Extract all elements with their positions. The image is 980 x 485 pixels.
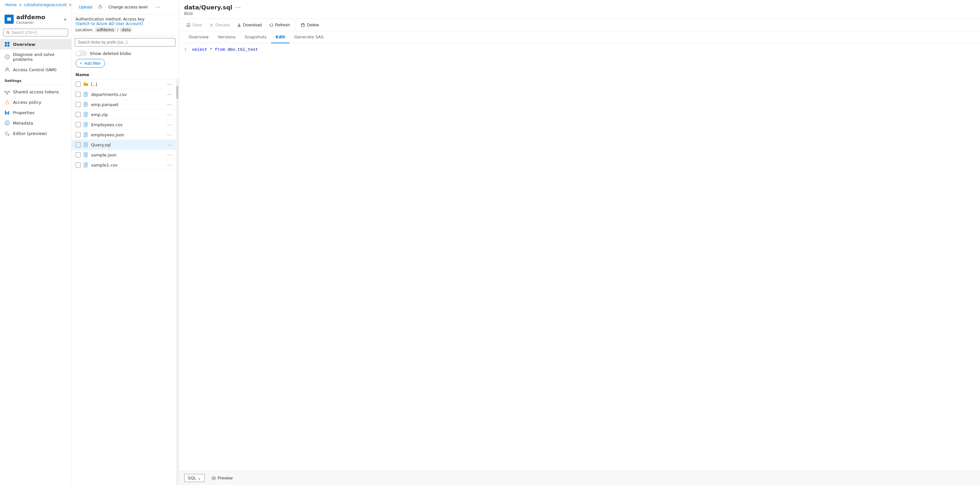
file-more-options[interactable]: ⋯ [167, 142, 172, 147]
file-icon [83, 122, 89, 127]
file-row[interactable]: employees.json ⋯ [72, 130, 176, 140]
auth-value: Access key [123, 17, 145, 21]
upload-button[interactable]: Upload [75, 3, 95, 11]
sidebar-item-overview[interactable]: Overview [0, 39, 71, 49]
auth-switch-link[interactable]: (Switch to Azure AD User Account) [75, 21, 143, 26]
sidebar-item-shared-access-label: Shared access tokens [13, 89, 59, 94]
editor-more-button[interactable]: ⋯ [235, 4, 241, 11]
file-name: Query.sql [91, 143, 165, 147]
download-button[interactable]: Download [234, 21, 265, 29]
save-label: Save [192, 22, 202, 27]
language-label: SQL [188, 475, 196, 480]
file-more-options[interactable]: ⋯ [167, 162, 172, 167]
file-row[interactable]: emp.parquet ⋯ [72, 100, 176, 110]
file-checkbox[interactable] [75, 152, 81, 157]
discard-label: Discard [215, 22, 230, 27]
sidebar-item-properties[interactable]: Properties [0, 107, 71, 118]
file-checkbox[interactable] [75, 102, 81, 107]
editor-title-row: data/Query.sql ⋯ [184, 4, 975, 11]
content-area: Upload Change access level ⋯ Authenticat… [72, 0, 980, 485]
sidebar-nav: Overview Diagnose and solve problems Acc… [0, 39, 71, 75]
file-more-options[interactable]: ⋯ [167, 112, 172, 117]
file-list-container: [..] ⋯ departments.csv ⋯ [72, 80, 179, 485]
code-editor[interactable]: 1 select * from dbo.tbl_test [179, 43, 980, 471]
sidebar-item-diagnose[interactable]: Diagnose and solve problems [0, 49, 71, 64]
breadcrumb-storage[interactable]: cshaikstorageaccount [24, 3, 67, 7]
more-options-button[interactable]: ⋯ [153, 3, 162, 11]
refresh-button[interactable]: Refresh [266, 21, 293, 29]
sidebar-search-container[interactable] [3, 29, 68, 37]
properties-icon [5, 110, 10, 115]
preview-button[interactable]: Preview [207, 474, 237, 482]
editor-subtitle: Blob [184, 11, 975, 16]
location-label: Location: [75, 28, 93, 32]
scroll-indicator[interactable] [176, 80, 179, 485]
delete-button[interactable]: Delete [298, 21, 323, 29]
shared-access-icon [5, 89, 10, 94]
file-name: departments.csv [91, 92, 165, 97]
file-more-options[interactable]: ⋯ [167, 152, 172, 157]
tab-overview[interactable]: Overview [184, 31, 213, 43]
save-button[interactable]: Save [183, 21, 205, 29]
file-more-options[interactable]: ⋯ [167, 102, 172, 107]
sidebar-item-editor[interactable]: Editor (preview) [0, 128, 71, 138]
file-row[interactable]: sample1.csv ⋯ [72, 160, 176, 170]
file-row[interactable]: sample.json ⋯ [72, 150, 176, 160]
tab-generate-sas[interactable]: Generate SAS [290, 31, 328, 43]
change-access-button[interactable]: Change access level [105, 3, 151, 11]
tab-overview-label: Overview [189, 35, 208, 39]
access-policy-icon [5, 100, 10, 105]
file-row-selected[interactable]: Query.sql ⋯ [72, 140, 176, 150]
file-row[interactable]: emp.zip ⋯ [72, 110, 176, 120]
file-name: emp.zip [91, 112, 165, 117]
language-selector[interactable]: SQL ⌄ [184, 474, 205, 482]
breadcrumb-home[interactable]: Home [5, 3, 17, 7]
file-checkbox[interactable] [75, 82, 81, 87]
file-checkbox[interactable] [75, 162, 81, 167]
download-icon [237, 23, 242, 27]
sidebar-item-iam[interactable]: Access Control (IAM) [0, 64, 71, 75]
tab-snapshots[interactable]: Snapshots [240, 31, 271, 43]
svg-rect-15 [5, 111, 6, 114]
file-checkbox[interactable] [75, 112, 81, 117]
file-checkbox[interactable] [75, 122, 81, 127]
preview-label: Preview [218, 475, 233, 480]
iam-icon [5, 67, 10, 72]
blob-search-input[interactable] [75, 38, 175, 46]
file-row[interactable]: [..] ⋯ [72, 80, 176, 89]
toggle-thumb [76, 51, 81, 56]
svg-rect-17 [8, 111, 9, 114]
sidebar-item-access-policy[interactable]: Access policy [0, 97, 71, 107]
file-more-options[interactable]: ⋯ [167, 122, 172, 127]
file-row[interactable]: departments.csv ⋯ [72, 89, 176, 100]
file-more-options[interactable]: ⋯ [167, 92, 172, 97]
file-checkbox[interactable] [75, 92, 81, 97]
discard-button[interactable]: Discard [206, 21, 233, 29]
file-checkbox[interactable] [75, 142, 81, 147]
sidebar-item-metadata[interactable]: Metadata [0, 118, 71, 128]
svg-rect-14 [6, 102, 8, 104]
editor-footer: SQL ⌄ Preview [179, 471, 980, 485]
search-icon [6, 30, 10, 35]
sidebar-item-access-policy-label: Access policy [13, 100, 41, 105]
file-icon [83, 132, 89, 137]
file-row[interactable]: Employees.csv ⋯ [72, 120, 176, 130]
sidebar-collapse-btn[interactable]: « [64, 16, 67, 22]
tab-edit[interactable]: Edit [271, 31, 290, 43]
svg-rect-1 [7, 17, 11, 19]
show-deleted-toggle[interactable] [75, 51, 87, 56]
file-more-options[interactable]: ⋯ [167, 82, 172, 87]
preview-icon [212, 476, 216, 480]
svg-rect-4 [5, 42, 7, 44]
file-checkbox[interactable] [75, 132, 81, 137]
location-data: data [120, 27, 132, 33]
tab-versions[interactable]: Versions [213, 31, 240, 43]
add-filter-button[interactable]: + Add filter [75, 59, 105, 68]
sidebar-search-input[interactable] [12, 30, 65, 35]
sidebar-header: adfdemo Container « [0, 10, 71, 26]
file-icon [83, 152, 89, 157]
sidebar-item-shared-access[interactable]: Shared access tokens [0, 86, 71, 97]
file-more-options[interactable]: ⋯ [167, 132, 172, 137]
lock-icon [98, 4, 102, 10]
file-name: sample1.csv [91, 163, 165, 167]
